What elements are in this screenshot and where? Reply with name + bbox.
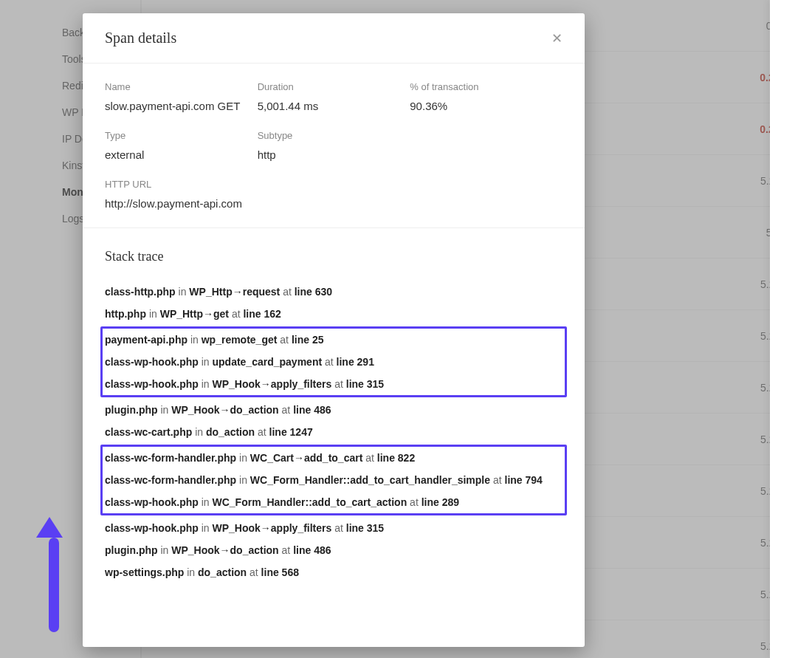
field-subtype: Subtype http xyxy=(258,130,410,161)
field-value: external xyxy=(105,148,258,161)
trace-line: class-wp-hook.php in WP_Hook→apply_filte… xyxy=(105,517,562,539)
right-edge xyxy=(770,0,812,658)
trace-line: wp-settings.php in do_action at line 568 xyxy=(105,561,562,583)
trace-line: plugin.php in WP_Hook→do_action at line … xyxy=(105,399,562,421)
field-value: 90.36% xyxy=(410,100,562,112)
trace-line: class-wp-hook.php in WC_Form_Handler::ad… xyxy=(105,491,562,513)
highlight-box: class-wc-form-handler.php in WC_Cart→add… xyxy=(100,445,567,515)
stack-trace-title: Stack trace xyxy=(105,249,562,264)
annotation-arrow xyxy=(44,517,63,632)
field-duration: Duration 5,001.44 ms xyxy=(258,81,410,112)
field-value: 5,001.44 ms xyxy=(258,100,410,112)
trace-line: class-http.php in WP_Http→request at lin… xyxy=(105,281,562,303)
field-label: % of transaction xyxy=(410,81,562,92)
field-spacer xyxy=(410,130,562,161)
highlight-box: payment-api.php in wp_remote_get at line… xyxy=(100,326,567,397)
trace-line: plugin.php in WP_Hook→do_action at line … xyxy=(105,539,562,561)
trace-line: class-wp-hook.php in update_card_payment… xyxy=(105,351,562,373)
field-label: Type xyxy=(105,130,258,141)
field-value: http xyxy=(258,148,410,161)
trace-line: class-wc-form-handler.php in WC_Cart→add… xyxy=(105,447,562,469)
trace-line: http.php in WP_Http→get at line 162 xyxy=(105,303,562,325)
trace-line: class-wc-form-handler.php in WC_Form_Han… xyxy=(105,469,562,491)
trace-line: class-wp-hook.php in WP_Hook→apply_filte… xyxy=(105,373,562,395)
trace-line: class-wc-cart.php in do_action at line 1… xyxy=(105,421,562,443)
field-name: Name slow.payment-api.com GET xyxy=(105,81,258,112)
field-label: Name xyxy=(105,81,258,92)
trace-line: payment-api.php in wp_remote_get at line… xyxy=(105,329,562,351)
field-value: slow.payment-api.com GET xyxy=(105,100,258,112)
stack-trace-list: class-http.php in WP_Http→request at lin… xyxy=(105,281,562,583)
field-url: HTTP URL http://slow.payment-api.com xyxy=(105,179,562,210)
field-value: http://slow.payment-api.com xyxy=(105,197,562,210)
field-label: Duration xyxy=(258,81,410,92)
field-label: HTTP URL xyxy=(105,179,562,190)
field-type: Type external xyxy=(105,130,258,161)
modal-title: Span details xyxy=(105,30,176,47)
field-pct: % of transaction 90.36% xyxy=(410,81,562,112)
span-details-modal: Span details ✕ Name slow.payment-api.com… xyxy=(83,13,585,647)
close-icon[interactable]: ✕ xyxy=(551,32,562,45)
field-label: Subtype xyxy=(258,130,410,141)
